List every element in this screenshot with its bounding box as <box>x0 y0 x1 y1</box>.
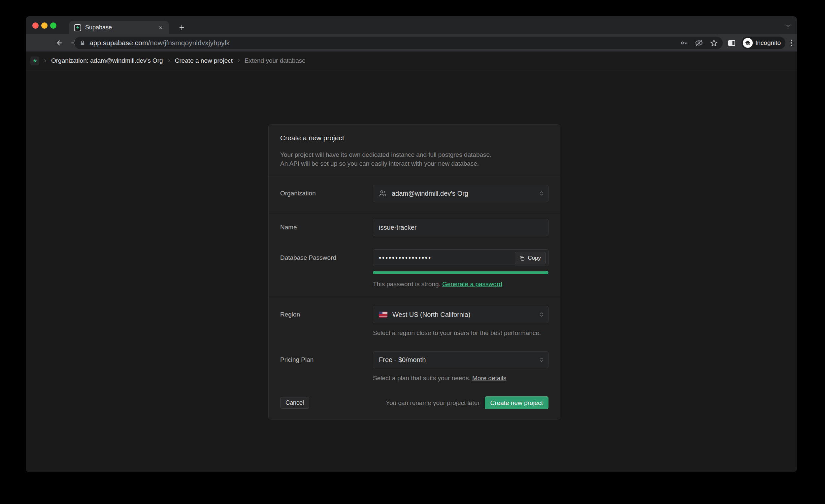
password-strength-helper: This password is strong. Generate a pass… <box>373 281 548 288</box>
region-select[interactable]: West US (North California) <box>373 306 548 323</box>
chevron-up-down-icon <box>538 356 545 363</box>
more-details-link[interactable]: More details <box>472 375 507 381</box>
urlbar-actions <box>680 39 718 47</box>
close-window-button[interactable] <box>32 22 39 29</box>
card-footer: Cancel You can rename your project later… <box>269 392 560 419</box>
pricing-plan-select[interactable]: Free - $0/month <box>373 351 548 368</box>
incognito-badge: Incognito <box>742 37 785 49</box>
users-icon <box>379 190 387 197</box>
tab-close-icon[interactable] <box>156 23 165 32</box>
create-new-project-button[interactable]: Create new project <box>485 397 548 409</box>
password-strength-text: This password is strong. <box>373 281 442 287</box>
pricing-plan-label: Pricing Plan <box>280 351 373 382</box>
browser-toolbar: app.supabase.com/new/jfnsmqoynldvxjyhpyl… <box>26 34 797 52</box>
region-label: Region <box>280 306 373 337</box>
organization-section: Organization adam@wind <box>269 177 560 212</box>
breadcrumb-item-create-project[interactable]: Create a new project <box>175 57 233 64</box>
copy-password-button[interactable]: Copy <box>515 252 546 264</box>
tab-strip: Supabase <box>26 16 797 34</box>
copy-label: Copy <box>528 255 541 262</box>
pricing-plan-value: Free - $0/month <box>379 356 426 364</box>
back-icon[interactable] <box>56 39 64 47</box>
region-pricing-section: Region West US (North California) Selec <box>269 298 560 392</box>
generate-password-link[interactable]: Generate a password <box>442 281 502 287</box>
browser-tab[interactable]: Supabase <box>69 21 169 34</box>
tab-title: Supabase <box>85 24 156 31</box>
database-password-masked-value: •••••••••••••••• <box>379 254 432 262</box>
supabase-logo-icon[interactable] <box>30 57 39 65</box>
pricing-helper-text: Select a plan that suits your needs. <box>373 375 472 381</box>
chevron-up-down-icon <box>538 311 545 318</box>
breadcrumb-item-extend-database[interactable]: Extend your database <box>244 57 306 64</box>
name-password-section: Name issue-tracker Database Password •••… <box>269 212 560 298</box>
region-value: West US (North California) <box>392 311 470 318</box>
database-password-label: Database Password <box>280 249 373 288</box>
page-title: Create a new project <box>280 134 548 142</box>
card-description-line1: Your project will have its own dedicated… <box>280 150 548 159</box>
new-tab-button[interactable] <box>175 20 189 34</box>
eye-off-icon[interactable] <box>695 39 703 47</box>
chevron-up-down-icon <box>538 190 545 197</box>
side-panel-icon[interactable] <box>727 39 737 47</box>
card-description: Your project will have its own dedicated… <box>280 150 548 168</box>
browser-menu-icon[interactable] <box>788 38 796 48</box>
lock-icon <box>80 40 85 46</box>
chevron-right-icon <box>43 58 48 63</box>
url-path: /new/jfnsmqoynldvxjyhpylk <box>148 39 229 47</box>
url-text: app.supabase.com/new/jfnsmqoynldvxjyhpyl… <box>89 39 230 47</box>
organization-label: Organization <box>280 185 373 202</box>
incognito-icon <box>743 38 753 48</box>
name-label: Name <box>280 219 373 236</box>
organization-select[interactable]: adam@windmill.dev's Org <box>373 185 548 202</box>
password-strength-bar <box>373 271 548 274</box>
tab-search-chevron-icon[interactable] <box>783 21 793 31</box>
bookmark-star-icon[interactable] <box>710 39 718 47</box>
url-domain: app.supabase.com <box>89 39 148 47</box>
pricing-helper: Select a plan that suits your needs. Mor… <box>373 375 548 382</box>
copy-icon <box>519 255 525 262</box>
url-bar[interactable]: app.supabase.com/new/jfnsmqoynldvxjyhpyl… <box>74 37 723 49</box>
cancel-button[interactable]: Cancel <box>280 397 309 409</box>
create-project-card: Create a new project Your project will h… <box>268 125 560 420</box>
organization-value: adam@windmill.dev's Org <box>392 190 468 197</box>
zoom-window-button[interactable] <box>50 22 57 29</box>
breadcrumb-item-organization[interactable]: Organization: adam@windmill.dev's Org <box>51 57 163 64</box>
card-header: Create a new project Your project will h… <box>269 125 560 177</box>
database-password-input[interactable]: •••••••••••••••• Copy <box>373 249 548 266</box>
page-content: Organization: adam@windmill.dev's Org Cr… <box>26 52 797 472</box>
chevron-right-icon <box>236 58 241 63</box>
rename-note: You can rename your project later <box>386 400 479 407</box>
project-name-value: issue-tracker <box>379 224 417 231</box>
minimize-window-button[interactable] <box>41 22 48 29</box>
supabase-favicon-icon <box>74 24 81 31</box>
traffic-lights <box>32 22 57 29</box>
breadcrumb: Organization: adam@windmill.dev's Org Cr… <box>26 52 797 70</box>
card-description-line2: An API will be set up so you can easily … <box>280 159 548 168</box>
incognito-label: Incognito <box>755 39 781 47</box>
chevron-right-icon <box>167 58 171 63</box>
region-helper: Select a region close to your users for … <box>373 330 548 337</box>
us-flag-icon <box>379 311 387 317</box>
project-name-input[interactable]: issue-tracker <box>373 219 548 236</box>
browser-window: Supabase <box>26 16 797 472</box>
password-key-icon[interactable] <box>680 39 688 47</box>
